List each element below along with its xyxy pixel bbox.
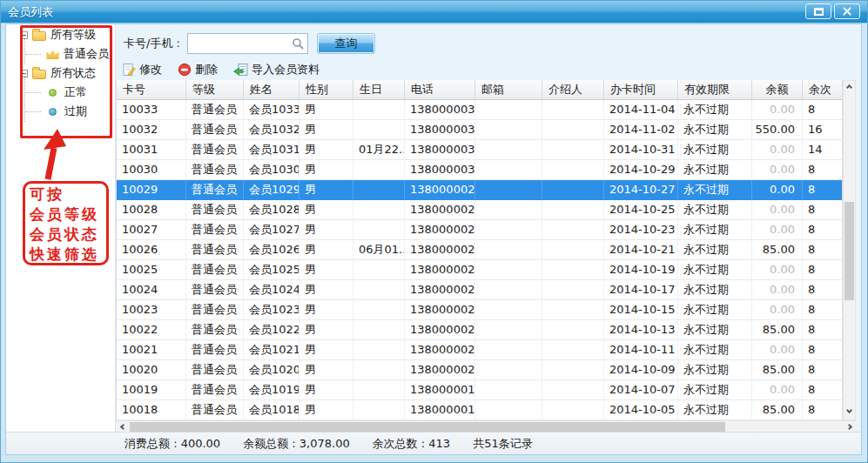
- status-record-count: 共51条记录: [473, 436, 533, 452]
- annotation-arrow-icon: [37, 127, 79, 183]
- cell-validity: 永不过期: [678, 280, 752, 299]
- table-row[interactable]: 10032 普通会员 会员1032 男 1380000032 2014-11-0…: [117, 120, 842, 140]
- cell-validity: 永不过期: [678, 320, 752, 339]
- table-row[interactable]: 10029 普通会员 会员1029 男 1380000029 2014-10-2…: [117, 180, 842, 200]
- table-row[interactable]: 10031 普通会员 会员1031 男 01月22... 1380000031 …: [117, 140, 842, 160]
- tree-node[interactable]: 过期: [6, 102, 115, 121]
- column-header-name[interactable]: 姓名: [244, 80, 299, 99]
- column-header-birthday[interactable]: 生日: [353, 80, 405, 99]
- cell-email: [475, 380, 542, 399]
- vertical-scrollbar-thumb[interactable]: [844, 202, 854, 300]
- cell-email: [475, 120, 542, 139]
- table-row[interactable]: 10027 普通会员 会员1027 男 1380000027 2014-10-2…: [117, 220, 842, 240]
- column-header-introducer[interactable]: 介绍人: [542, 80, 604, 99]
- status-balance-total: 余额总额 : 3,078.00: [243, 436, 350, 452]
- chevron-right-icon: [846, 424, 852, 430]
- table-row[interactable]: 10022 普通会员 会员1022 男 1380000022 2014-10-1…: [117, 320, 842, 340]
- cell-phone: 1380000029: [405, 180, 475, 199]
- close-button[interactable]: [834, 3, 860, 19]
- tree-node[interactable]: 所有等级: [6, 25, 115, 44]
- table-row[interactable]: 10028 普通会员 会员1028 男 1380000028 2014-10-2…: [117, 200, 842, 220]
- cell-times: 8: [803, 380, 844, 399]
- edit-button[interactable]: 修改: [122, 62, 162, 77]
- cell-introducer: [542, 280, 604, 299]
- cell-birthday: [353, 120, 405, 139]
- cell-email: [475, 260, 542, 279]
- maximize-button[interactable]: [805, 3, 831, 19]
- table-row[interactable]: 10019 普通会员 会员1019 男 1380000019 2014-10-0…: [117, 380, 842, 400]
- filter-sidebar: 所有等级 普通会员 所有状态: [6, 24, 116, 432]
- tree-expander-icon[interactable]: [20, 70, 28, 77]
- delete-button[interactable]: 删除: [178, 62, 218, 77]
- cell-introducer: [542, 360, 604, 379]
- tree-expander-icon[interactable]: [20, 31, 28, 39]
- table-row[interactable]: 10030 普通会员 会员1030 男 1380000030 2014-10-2…: [117, 160, 842, 180]
- cell-name: 会员1023: [244, 300, 299, 319]
- cell-times: 8: [803, 200, 844, 219]
- cell-phone: 1380000030: [405, 160, 475, 179]
- table-row[interactable]: 10020 普通会员 会员1020 男 1380000020 2014-10-0…: [117, 360, 842, 380]
- import-members-button[interactable]: 导入会员资料: [233, 62, 320, 77]
- table-row[interactable]: 10021 普通会员 会员1021 男 1380000021 2014-10-1…: [117, 340, 842, 360]
- cell-card: 10018: [117, 400, 186, 419]
- cell-open-date: 2014-10-19: [604, 260, 678, 279]
- edit-icon: [122, 63, 136, 77]
- search-input[interactable]: [187, 33, 308, 54]
- cell-validity: 永不过期: [678, 380, 752, 399]
- delete-button-label: 删除: [195, 62, 218, 77]
- column-header-card[interactable]: 卡号: [117, 80, 186, 99]
- cell-validity: 永不过期: [678, 140, 752, 159]
- column-header-balance[interactable]: 余额: [752, 80, 803, 99]
- cell-phone: 1380000028: [405, 200, 475, 219]
- column-header-times[interactable]: 余次: [803, 80, 844, 99]
- cell-email: [475, 200, 542, 219]
- scroll-up-button[interactable]: [844, 82, 855, 94]
- table-row[interactable]: 10033 普通会员 会员1033 男 1380000033 2014-11-0…: [117, 100, 842, 120]
- tree-node-label: 过期: [64, 104, 87, 119]
- tree-node[interactable]: 正常: [6, 83, 115, 102]
- cell-grade: 普通会员: [186, 200, 244, 219]
- cell-card: 10020: [117, 360, 186, 379]
- chevron-left-icon: [120, 424, 126, 430]
- table-row[interactable]: 10018 普通会员 会员1018 男 1380000018 2014-10-0…: [117, 400, 842, 420]
- cell-name: 会员1020: [244, 360, 299, 379]
- cell-open-date: 2014-10-07: [604, 380, 678, 399]
- column-header-grade[interactable]: 等级: [186, 80, 244, 99]
- table-row[interactable]: 10023 普通会员 会员1023 男 1380000023 2014-10-1…: [117, 300, 842, 320]
- cell-validity: 永不过期: [678, 300, 752, 319]
- column-header-open-date[interactable]: 办卡时间: [604, 80, 678, 99]
- cell-times: 14: [803, 140, 844, 159]
- cell-birthday: 01月22...: [353, 140, 405, 159]
- tree-node[interactable]: 普通会员: [6, 44, 115, 64]
- cell-times: 16: [803, 120, 844, 139]
- cell-balance: 0.00: [752, 300, 803, 319]
- table-row[interactable]: 10026 普通会员 会员1026 男 06月01... 1380000026 …: [117, 240, 842, 260]
- cell-name: 会员1018: [244, 400, 299, 419]
- table-row[interactable]: 10025 普通会员 会员1025 男 1380000025 2014-10-1…: [117, 260, 842, 280]
- cell-introducer: [542, 140, 604, 159]
- cell-gender: 男: [299, 200, 353, 219]
- cell-gender: 男: [299, 360, 353, 379]
- vertical-scrollbar[interactable]: [843, 80, 856, 420]
- annotation-line: 会员等级: [30, 205, 106, 225]
- column-header-validity[interactable]: 有效期限: [678, 80, 752, 99]
- status-consume-total: 消费总额 : 400.00: [124, 436, 220, 452]
- scroll-down-button[interactable]: [844, 406, 855, 419]
- cell-card: 10027: [117, 220, 186, 239]
- column-header-phone[interactable]: 电话: [405, 80, 475, 99]
- table-body: 10033 普通会员 会员1033 男 1380000033 2014-11-0…: [117, 100, 842, 420]
- query-button[interactable]: 查询: [317, 33, 375, 54]
- cell-phone: 1380000031: [405, 140, 475, 159]
- column-header-email[interactable]: 邮箱: [475, 80, 542, 99]
- tree-node[interactable]: 所有状态: [6, 64, 115, 83]
- cell-name: 会员1025: [244, 260, 299, 279]
- cell-introducer: [542, 260, 604, 279]
- column-header-gender[interactable]: 性别: [299, 80, 353, 99]
- cell-open-date: 2014-10-09: [604, 360, 678, 379]
- cell-phone: 1380000033: [405, 100, 475, 119]
- search-icon: [292, 37, 304, 50]
- table-row[interactable]: 10024 普通会员 会员1024 男 1380000024 2014-10-1…: [117, 280, 842, 300]
- cell-grade: 普通会员: [186, 320, 244, 339]
- cell-grade: 普通会员: [186, 300, 244, 319]
- cell-grade: 普通会员: [186, 180, 244, 199]
